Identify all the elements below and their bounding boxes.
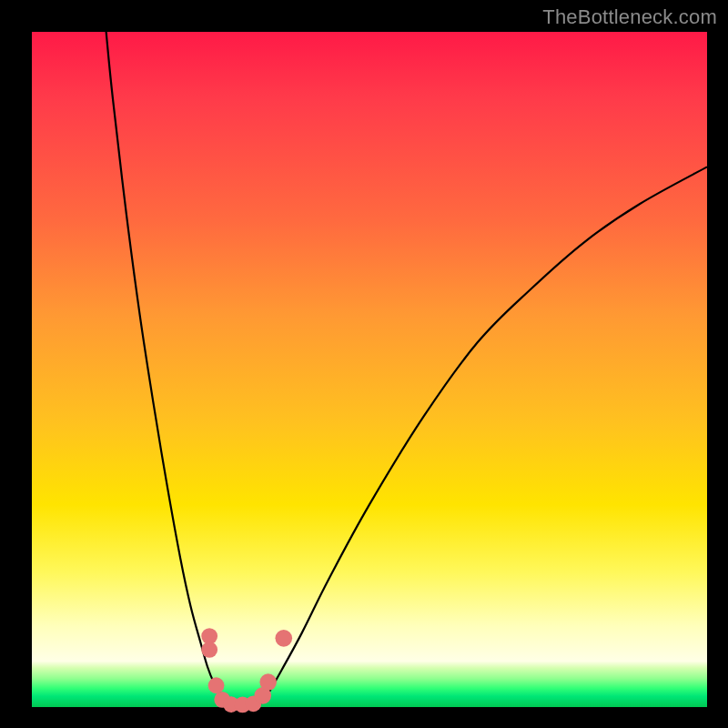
- data-marker: [208, 677, 225, 693]
- curve-left-branch: [106, 32, 226, 703]
- plot-area: [32, 32, 707, 707]
- markers-group: [201, 628, 292, 713]
- curve-right-branch: [261, 167, 707, 703]
- data-marker: [275, 630, 292, 647]
- data-marker: [201, 642, 217, 658]
- chart-svg: [32, 32, 707, 707]
- data-marker: [259, 673, 277, 691]
- watermark-text: TheBottleneck.com: [542, 5, 717, 29]
- outer-frame: TheBottleneck.com: [0, 0, 728, 728]
